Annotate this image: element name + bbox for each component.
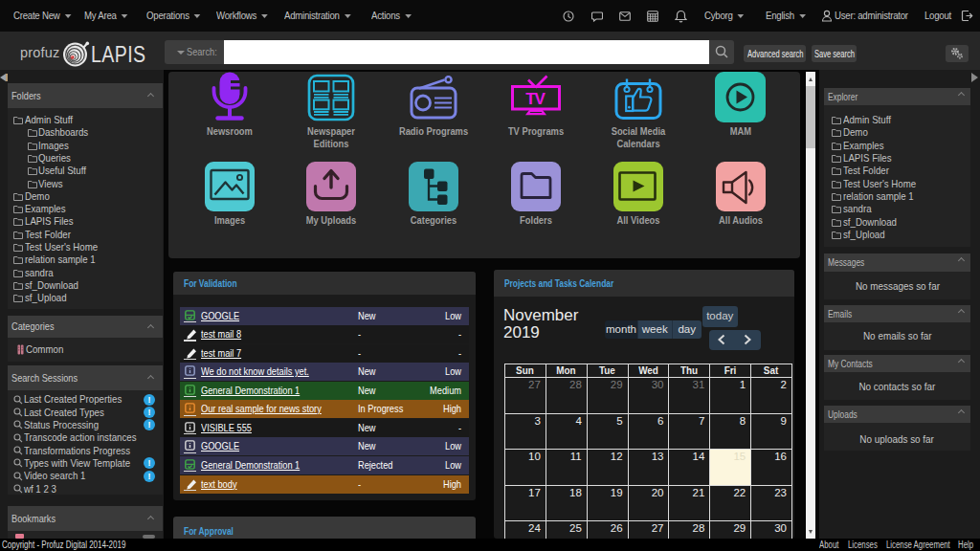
svg-text:TV: TV bbox=[525, 90, 546, 108]
